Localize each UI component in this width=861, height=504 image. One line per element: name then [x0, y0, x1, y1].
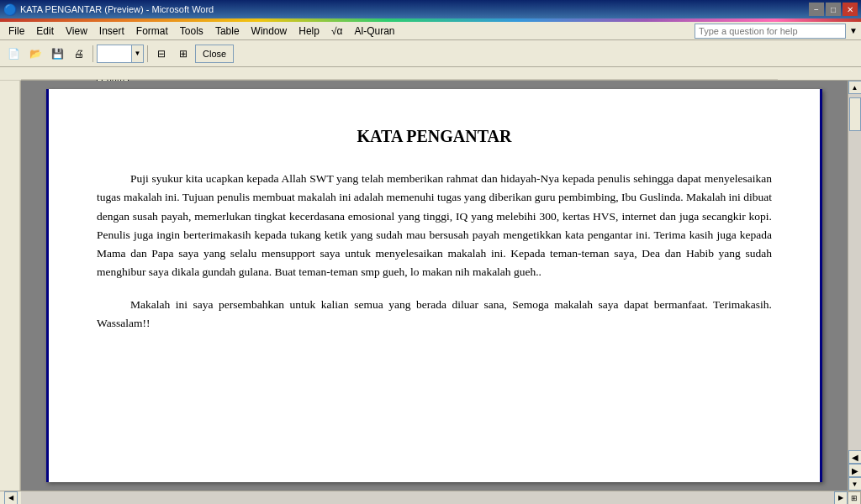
- ruler-corner: [0, 67, 21, 80]
- zoom-input[interactable]: 92%: [98, 45, 131, 62]
- content-area: KATA PENGANTAR Puji syukur kita ucapkan …: [21, 81, 848, 491]
- menu-insert[interactable]: Insert: [94, 24, 129, 39]
- menu-edit[interactable]: Edit: [31, 24, 59, 39]
- open-button[interactable]: 📂: [25, 44, 45, 64]
- toolbar: 📄 📂 💾 🖨 92% ▼ ⊟ ⊞ Close: [0, 40, 861, 67]
- resize-corner: ⊞: [848, 491, 861, 505]
- menu-format[interactable]: Format: [131, 24, 173, 39]
- paragraph-2: Makalah ini saya persembahkan untuk kali…: [97, 296, 772, 333]
- print-preview-button[interactable]: 🖨: [69, 44, 89, 64]
- h-scroll-left-button[interactable]: ◀: [4, 491, 18, 505]
- maximize-button[interactable]: □: [826, 3, 841, 16]
- title-bar: 🔵 KATA PENGANTAR (Preview) - Microsoft W…: [0, 0, 861, 18]
- top-ruler: [21, 67, 861, 80]
- menu-tools[interactable]: Tools: [175, 24, 209, 39]
- left-ruler: [0, 81, 21, 491]
- h-scroll-right-button[interactable]: ▶: [834, 491, 848, 505]
- scroll-next-page[interactable]: ▶: [848, 464, 862, 477]
- page-content: KATA PENGANTAR Puji syukur kita ucapkan …: [46, 89, 822, 380]
- shrink-button[interactable]: ⊟: [151, 44, 172, 64]
- h-scroll-left-area: ◀: [0, 491, 21, 505]
- paragraph-1: Puji syukur kita ucapkan kepada Allah SW…: [97, 170, 772, 282]
- right-scrollbar: ▲ ◀ ▶ ▼: [848, 81, 861, 491]
- save-button[interactable]: 💾: [47, 44, 67, 64]
- scroll-prev-page[interactable]: ◀: [848, 450, 862, 464]
- menu-bar: File Edit View Insert Format Tools Table…: [0, 22, 861, 40]
- page-right-border: [820, 89, 822, 482]
- scroll-thumb[interactable]: [849, 97, 861, 131]
- menu-help[interactable]: Help: [293, 24, 325, 39]
- window-title: KATA PENGANTAR (Preview) - Microsoft Wor…: [20, 4, 214, 14]
- scroll-up-button[interactable]: ▲: [848, 81, 862, 94]
- horizontal-scrollbar: ◀ ▶ ⊞: [0, 491, 861, 504]
- title-bar-controls: − □ ✕: [809, 3, 858, 16]
- separator-2: [147, 45, 148, 62]
- separator-1: [92, 45, 93, 62]
- document-page: KATA PENGANTAR Puji syukur kita ucapkan …: [46, 89, 822, 482]
- page-left-border: [46, 89, 49, 482]
- svg-rect-2: [21, 67, 778, 80]
- ruler-row: [0, 67, 861, 81]
- close-preview-button[interactable]: Close: [195, 45, 234, 63]
- zoom-arrow[interactable]: ▼: [131, 45, 143, 62]
- h-scroll-right-area: ▶: [834, 491, 848, 505]
- h-scroll-track[interactable]: [21, 491, 834, 505]
- menu-view[interactable]: View: [61, 24, 92, 39]
- minimize-button[interactable]: −: [809, 3, 824, 16]
- menu-window[interactable]: Window: [246, 24, 293, 39]
- title-bar-title: 🔵 KATA PENGANTAR (Preview) - Microsoft W…: [3, 3, 214, 16]
- help-search-input[interactable]: [695, 24, 846, 39]
- scroll-down-button[interactable]: ▼: [848, 477, 862, 491]
- view-button[interactable]: ⊞: [173, 44, 193, 64]
- new-button[interactable]: 📄: [3, 44, 24, 64]
- menu-formula[interactable]: √α: [326, 24, 348, 39]
- svg-rect-0: [0, 67, 21, 81]
- document-title: KATA PENGANTAR: [97, 123, 772, 150]
- zoom-box: 92% ▼: [97, 45, 144, 63]
- help-search-area: ▼: [695, 24, 858, 39]
- close-button[interactable]: ✕: [843, 3, 858, 16]
- menu-table[interactable]: Table: [210, 24, 245, 39]
- main-area: KATA PENGANTAR Puji syukur kita ucapkan …: [0, 81, 861, 491]
- menu-alquran[interactable]: Al-Quran: [349, 24, 399, 39]
- help-search-arrow[interactable]: ▼: [849, 26, 858, 35]
- scroll-track[interactable]: [848, 94, 862, 450]
- menu-file[interactable]: File: [3, 24, 29, 39]
- svg-rect-4: [0, 81, 21, 491]
